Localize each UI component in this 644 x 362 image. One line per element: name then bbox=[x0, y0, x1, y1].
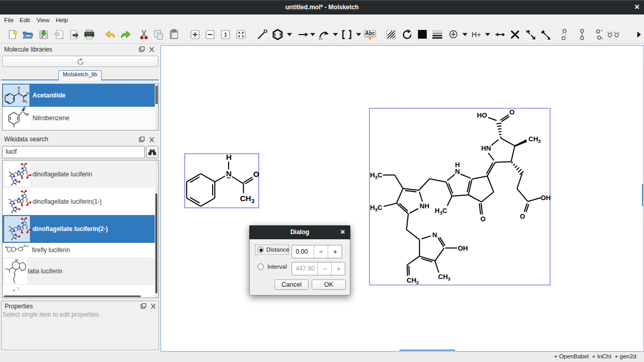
svg-text:OH: OH bbox=[25, 113, 29, 116]
svg-text:O: O bbox=[13, 272, 15, 275]
svg-text:O: O bbox=[14, 282, 15, 284]
svg-text:O: O bbox=[24, 107, 26, 109]
svg-text:NH: NH bbox=[15, 259, 19, 261]
svg-text:N: N bbox=[22, 109, 24, 112]
svg-text:H+: H+ bbox=[472, 30, 481, 39]
svg-text:1: 1 bbox=[224, 31, 227, 38]
svg-text:Abc: Abc bbox=[365, 30, 375, 36]
svg-text:O: O bbox=[5, 268, 6, 270]
